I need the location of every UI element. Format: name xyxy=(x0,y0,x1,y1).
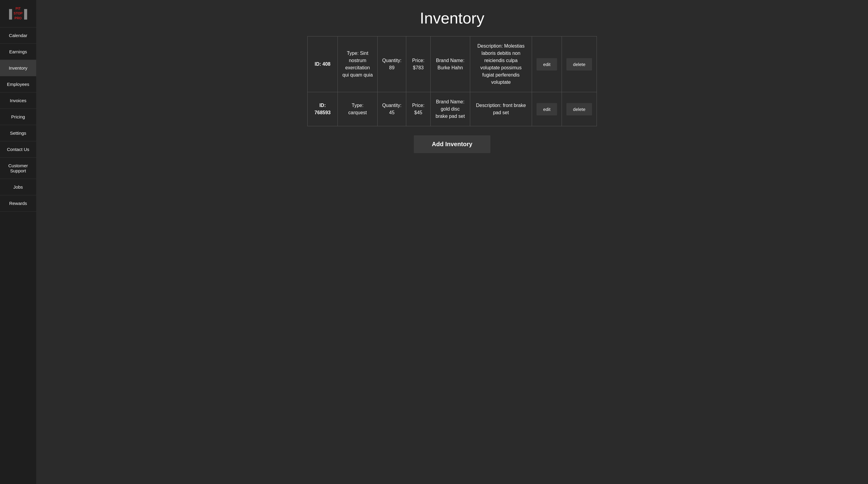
sidebar-item-contact-us[interactable]: Contact Us xyxy=(0,141,36,158)
inventory-type: Type: carquest xyxy=(338,92,378,126)
delete-button[interactable]: delete xyxy=(566,103,592,116)
sidebar-item-invoices[interactable]: Invoices xyxy=(0,93,36,109)
sidebar: PIT STOP PRO Calendar Earnings Inventory… xyxy=(0,0,36,484)
inventory-table: ID: 408 Type: Sint nostrum exercitation … xyxy=(307,36,597,126)
inventory-price: Price: $783 xyxy=(406,36,430,92)
svg-marker-4 xyxy=(9,9,12,20)
inventory-brand: Brand Name: gold disc brake pad set xyxy=(430,92,470,126)
inventory-price: Price: $45 xyxy=(406,92,430,126)
add-inventory-container: Add Inventory xyxy=(414,135,490,153)
inventory-id: ID: 408 xyxy=(308,36,338,92)
svg-marker-5 xyxy=(24,9,27,20)
inventory-quantity: Quantity: 89 xyxy=(378,36,406,92)
page-title: Inventory xyxy=(420,9,484,27)
logo-image: PIT STOP PRO xyxy=(7,3,29,24)
add-inventory-button[interactable]: Add Inventory xyxy=(414,135,490,153)
sidebar-item-pricing[interactable]: Pricing xyxy=(0,109,36,125)
inventory-quantity: Quantity: 45 xyxy=(378,92,406,126)
inventory-id: ID: 768593 xyxy=(308,92,338,126)
logo: PIT STOP PRO xyxy=(0,0,36,27)
sidebar-item-rewards[interactable]: Rewards xyxy=(0,195,36,212)
inventory-brand: Brand Name: Burke Hahn xyxy=(430,36,470,92)
svg-text:STOP: STOP xyxy=(13,11,23,15)
inventory-edit-cell: edit xyxy=(532,92,562,126)
sidebar-item-customer-support[interactable]: Customer Support xyxy=(0,158,36,179)
table-row: ID: 768593 Type: carquest Quantity: 45 P… xyxy=(308,92,597,126)
edit-button[interactable]: edit xyxy=(536,58,557,70)
inventory-description: Description: front brake pad set xyxy=(470,92,532,126)
main-content: Inventory ID: 408 Type: Sint nostrum exe… xyxy=(36,0,868,484)
sidebar-item-inventory[interactable]: Inventory xyxy=(0,60,36,76)
inventory-delete-cell: delete xyxy=(562,36,597,92)
svg-text:PRO: PRO xyxy=(14,16,22,20)
sidebar-item-earnings[interactable]: Earnings xyxy=(0,44,36,60)
sidebar-item-employees[interactable]: Employees xyxy=(0,76,36,93)
sidebar-item-settings[interactable]: Settings xyxy=(0,125,36,141)
delete-button[interactable]: delete xyxy=(566,58,592,70)
edit-button[interactable]: edit xyxy=(536,103,557,116)
svg-text:PIT: PIT xyxy=(16,7,21,10)
sidebar-item-jobs[interactable]: Jobs xyxy=(0,179,36,195)
sidebar-item-calendar[interactable]: Calendar xyxy=(0,27,36,44)
table-row: ID: 408 Type: Sint nostrum exercitation … xyxy=(308,36,597,92)
inventory-description: Description: Molestias laboris debitis n… xyxy=(470,36,532,92)
inventory-delete-cell: delete xyxy=(562,92,597,126)
inventory-type: Type: Sint nostrum exercitation qui quam… xyxy=(338,36,378,92)
sidebar-navigation: Calendar Earnings Inventory Employees In… xyxy=(0,27,36,212)
inventory-edit-cell: edit xyxy=(532,36,562,92)
